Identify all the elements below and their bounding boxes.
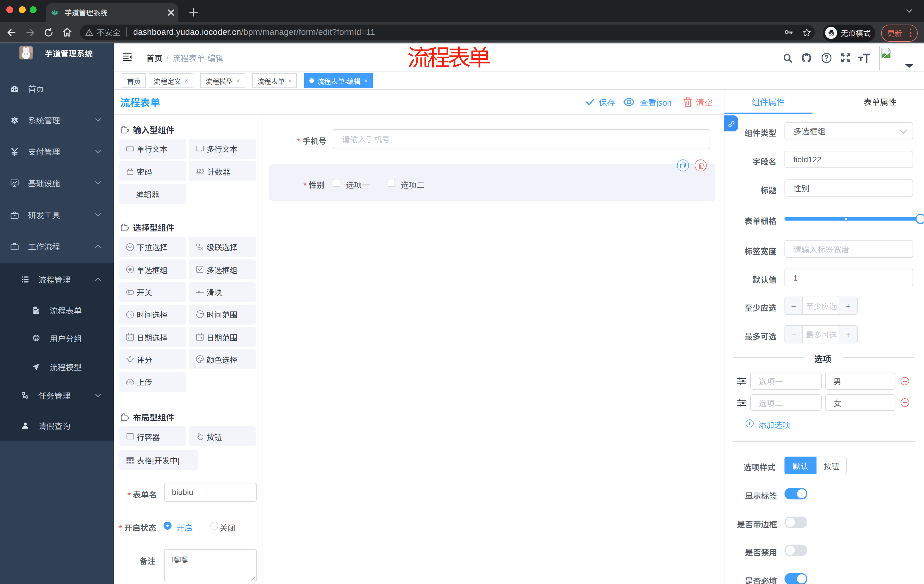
svg-text:123: 123 bbox=[196, 169, 204, 174]
